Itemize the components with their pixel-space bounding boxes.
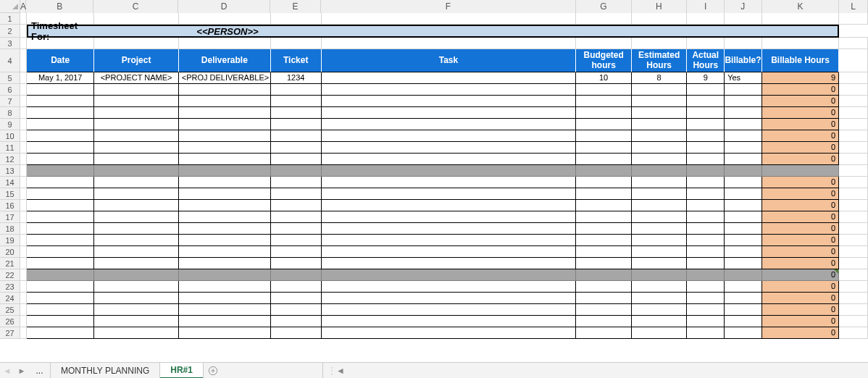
cell[interactable] xyxy=(839,293,868,304)
cell[interactable] xyxy=(271,223,322,235)
cell[interactable] xyxy=(725,246,762,258)
cell[interactable] xyxy=(322,223,577,235)
cell[interactable] xyxy=(20,246,27,258)
th-date[interactable]: Date xyxy=(27,49,94,72)
cell[interactable] xyxy=(839,165,868,177)
cell[interactable] xyxy=(632,177,688,188)
cell[interactable] xyxy=(20,96,27,107)
cell[interactable]: May 1, 2017 xyxy=(27,72,94,84)
table-row[interactable]: 0 xyxy=(20,211,868,223)
cell[interactable] xyxy=(271,96,322,107)
table-row[interactable]: 0 xyxy=(20,258,868,269)
cell[interactable] xyxy=(839,304,868,316)
row-header[interactable]: 22 xyxy=(0,269,20,281)
cell[interactable] xyxy=(762,165,839,177)
cell[interactable] xyxy=(179,177,271,188)
cell[interactable] xyxy=(725,293,762,304)
cell[interactable] xyxy=(20,130,27,142)
cell[interactable] xyxy=(20,269,27,281)
cell[interactable] xyxy=(27,165,94,177)
cell[interactable] xyxy=(27,211,94,223)
cell[interactable] xyxy=(94,269,178,281)
cell[interactable] xyxy=(839,49,868,72)
cell[interactable] xyxy=(179,211,271,223)
th-project[interactable]: Project xyxy=(94,49,178,72)
row-header[interactable]: 7 xyxy=(0,96,20,107)
cell[interactable] xyxy=(20,293,27,304)
grid-row[interactable] xyxy=(20,38,868,49)
col-header-I[interactable]: I xyxy=(687,0,725,13)
cell[interactable] xyxy=(632,258,688,269)
cell[interactable] xyxy=(725,96,762,107)
cell[interactable] xyxy=(179,188,271,200)
cell[interactable] xyxy=(271,84,322,96)
cell[interactable] xyxy=(322,177,577,188)
row-header[interactable]: 16 xyxy=(0,200,20,211)
cell[interactable] xyxy=(687,281,725,293)
cell[interactable] xyxy=(725,119,762,130)
cell[interactable] xyxy=(20,316,27,327)
cell[interactable]: 0 xyxy=(762,269,839,281)
row-header[interactable]: 23 xyxy=(0,281,20,293)
cell[interactable] xyxy=(725,211,762,223)
cell[interactable] xyxy=(839,96,868,107)
cell[interactable] xyxy=(576,154,632,165)
cell[interactable] xyxy=(27,316,94,327)
cell[interactable] xyxy=(687,38,725,49)
table-row[interactable]: 0 xyxy=(20,188,868,200)
table-row[interactable]: 0 xyxy=(20,200,868,211)
cell[interactable] xyxy=(179,316,271,327)
cell[interactable] xyxy=(179,281,271,293)
cell[interactable] xyxy=(20,258,27,269)
cell[interactable] xyxy=(322,142,577,154)
cell[interactable] xyxy=(632,200,688,211)
row-header[interactable]: 26 xyxy=(0,316,20,327)
cell[interactable] xyxy=(179,130,271,142)
row-header[interactable]: 3 xyxy=(0,38,20,49)
cell[interactable] xyxy=(687,119,725,130)
cell[interactable]: Yes xyxy=(725,72,762,84)
cell[interactable] xyxy=(725,235,762,246)
cell[interactable] xyxy=(179,200,271,211)
cell[interactable] xyxy=(762,38,839,49)
row-header[interactable]: 20 xyxy=(0,246,20,258)
cell[interactable] xyxy=(20,107,27,119)
cell[interactable] xyxy=(27,154,94,165)
cell[interactable] xyxy=(839,154,868,165)
cell[interactable] xyxy=(179,142,271,154)
cell[interactable] xyxy=(271,119,322,130)
cell[interactable] xyxy=(632,293,688,304)
cell[interactable] xyxy=(20,177,27,188)
cell[interactable] xyxy=(839,316,868,327)
cell[interactable] xyxy=(271,142,322,154)
tab-drag-handle-icon[interactable]: ⋮ xyxy=(327,366,335,376)
cell[interactable] xyxy=(687,211,725,223)
cell[interactable] xyxy=(322,235,577,246)
cell[interactable] xyxy=(94,177,178,188)
cell[interactable] xyxy=(27,200,94,211)
row-header[interactable]: 27 xyxy=(0,327,20,339)
cell[interactable] xyxy=(20,327,27,339)
cell[interactable] xyxy=(179,13,271,25)
cell[interactable] xyxy=(725,107,762,119)
cell[interactable] xyxy=(576,165,632,177)
col-header-D[interactable]: D xyxy=(178,0,270,13)
cell[interactable] xyxy=(839,246,868,258)
cell[interactable] xyxy=(725,154,762,165)
cell[interactable] xyxy=(632,13,688,25)
cell[interactable] xyxy=(94,119,178,130)
cell[interactable] xyxy=(839,200,868,211)
cell[interactable] xyxy=(576,177,632,188)
cell[interactable] xyxy=(179,38,271,49)
cell[interactable] xyxy=(632,304,688,316)
cell[interactable] xyxy=(27,293,94,304)
cell[interactable] xyxy=(839,84,868,96)
cell[interactable] xyxy=(576,142,632,154)
cell[interactable] xyxy=(94,84,178,96)
table-row[interactable]: 0 xyxy=(20,107,868,119)
cell[interactable] xyxy=(687,304,725,316)
cell[interactable] xyxy=(27,235,94,246)
col-header-L[interactable]: L xyxy=(839,0,868,13)
row-header[interactable]: 12 xyxy=(0,154,20,165)
row-header[interactable]: 6 xyxy=(0,84,20,96)
